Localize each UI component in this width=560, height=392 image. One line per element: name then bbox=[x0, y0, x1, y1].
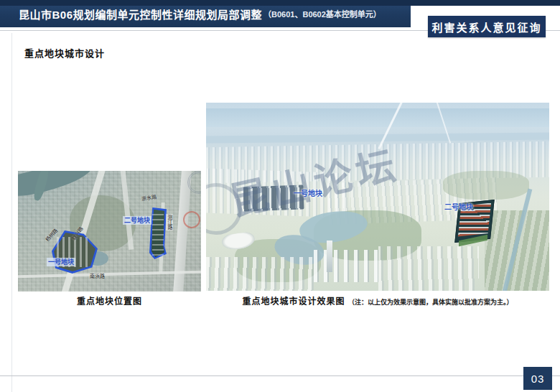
parcel-2-label: 二号地块 bbox=[123, 216, 151, 225]
render-foreground-city bbox=[378, 246, 479, 291]
render-tall-tower bbox=[327, 241, 332, 272]
design-render-caption: 重点地块城市设计效果图 （注：以上仅为效果示意图，具体实施以批准方案为主。） bbox=[206, 294, 549, 307]
render-foreground-city bbox=[206, 257, 314, 291]
render-greenery bbox=[443, 171, 529, 200]
consultation-badge: 利害关系人意见征询 bbox=[428, 16, 546, 37]
render-parcel-1-label: 一号地块 bbox=[294, 187, 322, 198]
page-title: 昆山市B06规划编制单元控制性详细规划局部调整 bbox=[19, 6, 262, 22]
render-parcel-2-label: 二号地块 bbox=[444, 201, 473, 212]
footer-divider-line bbox=[0, 375, 560, 376]
map-road-label: 南浜路 bbox=[90, 272, 105, 279]
section-heading: 重点地块城市设计 bbox=[24, 46, 105, 60]
consultation-badge-label: 利害关系人意见征询 bbox=[431, 19, 541, 34]
render-towers bbox=[314, 250, 378, 282]
header-top-strip bbox=[0, 0, 560, 6]
location-map-caption: 重点地块位置图 bbox=[18, 294, 201, 307]
render-far-water bbox=[206, 108, 549, 127]
design-render-caption-note: （注：以上仅为效果示意图，具体实施以批准方案为主。） bbox=[348, 299, 513, 306]
slide-page: 昆山市B06规划编制单元控制性详细规划局部调整 （B0601、B0602基本控制… bbox=[0, 0, 560, 392]
page-number: 03 bbox=[531, 373, 545, 385]
red-stamp-watermark bbox=[183, 211, 200, 228]
left-frame-line bbox=[11, 33, 12, 392]
design-render-image: 昆山论坛 一号地块 二号地块 bbox=[206, 103, 549, 291]
map-road-label: 测江路 bbox=[166, 214, 173, 230]
design-render-caption-title: 重点地块城市设计效果图 bbox=[243, 297, 345, 307]
location-map-image: 浙水路 测江路 杨树路 联兴路 南浜路 二号地块 一号地块 bbox=[18, 171, 201, 291]
page-number-box: 03 bbox=[523, 367, 552, 390]
parcel-2-buildings bbox=[152, 211, 164, 256]
page-title-suffix: （B0601、B0602基本控制单元） bbox=[263, 8, 381, 19]
parcel-1-label: 一号地块 bbox=[47, 258, 75, 266]
